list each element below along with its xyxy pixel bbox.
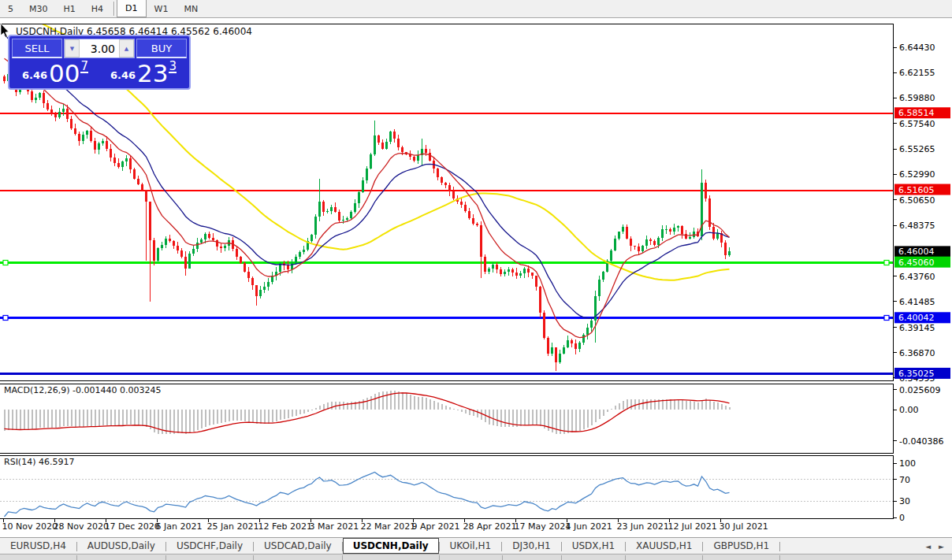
date-tick-label: 4 Jun 2021 bbox=[566, 521, 612, 532]
macd-tick-label: 0.00 bbox=[899, 405, 919, 415]
price-tick-label: 6.43760 bbox=[899, 272, 935, 282]
rsi-label: RSI(14) 46.5917 bbox=[4, 457, 74, 467]
rsi-panel[interactable] bbox=[0, 456, 894, 519]
symbol-tab-audusd[interactable]: AUDUSD,Daily bbox=[77, 539, 165, 554]
buy-price-point: 3 bbox=[169, 61, 177, 73]
chart-surface[interactable]: 6.644306.621556.598806.575406.552656.529… bbox=[0, 24, 952, 537]
symbol-tab-gbpusd[interactable]: GBPUSD,H1 bbox=[703, 539, 779, 554]
price-level-label: 6.45060 bbox=[898, 258, 935, 268]
symbol-tab-xauusd[interactable]: XAUUSD,H1 bbox=[626, 539, 702, 554]
buy-price-pips: 23 bbox=[137, 62, 168, 84]
date-tick-label: 30 Jul 2021 bbox=[720, 521, 768, 532]
symbol-tab-usdcad[interactable]: USDCAD,Daily bbox=[254, 539, 342, 554]
rsi-tick-label: 70 bbox=[899, 475, 910, 485]
price-level-label: 6.51605 bbox=[898, 185, 935, 195]
symbol-tab-usdchf[interactable]: USDCHF,Daily bbox=[166, 539, 253, 554]
date-tick-label: 9 Apr 2021 bbox=[412, 521, 460, 532]
volume-increase-button[interactable]: ▲ bbox=[119, 39, 134, 57]
buy-price-prefix: 6.46 bbox=[110, 69, 136, 81]
price-tick-label: 6.50650 bbox=[899, 195, 935, 206]
symbol-tab-usdcnh[interactable]: USDCNH,Daily bbox=[343, 538, 439, 554]
price-tick-label: 6.59880 bbox=[899, 93, 935, 103]
tab-scroll-left-button[interactable]: ◄ bbox=[925, 543, 931, 551]
strip-separator bbox=[439, 555, 440, 560]
strip-separator bbox=[165, 555, 166, 560]
toolbar-separator bbox=[113, 2, 114, 16]
mouse-cursor-icon bbox=[0, 24, 11, 39]
timeframe-button-h4[interactable]: H4 bbox=[84, 0, 111, 17]
timeframe-button-d1[interactable]: D1 bbox=[117, 0, 146, 17]
macd-tick-label: 0.025609 bbox=[899, 385, 941, 395]
sell-price-pips: 00 bbox=[49, 62, 80, 84]
date-tick-label: 17 May 2021 bbox=[515, 521, 571, 532]
price-tick-label: 6.36870 bbox=[899, 348, 935, 358]
indicator-axes: 0.0256090.00-0.04038610070300 bbox=[894, 385, 944, 523]
price-tick-label: 6.55265 bbox=[899, 144, 935, 154]
sell-button[interactable]: SELL bbox=[12, 39, 62, 58]
strip-separator bbox=[76, 555, 77, 560]
buy-button[interactable]: BUY bbox=[136, 39, 187, 58]
strip-separator bbox=[625, 555, 626, 560]
volume-input[interactable] bbox=[80, 39, 119, 57]
tab-separator bbox=[779, 542, 780, 551]
date-tick-label: 17 Dec 2020 bbox=[105, 521, 160, 532]
price-axis[interactable]: 6.644306.621556.598806.575406.552656.529… bbox=[894, 43, 951, 384]
symbol-tab-ukoil[interactable]: UKOil,H1 bbox=[440, 539, 502, 554]
strip-separator bbox=[779, 555, 780, 560]
macd-label: MACD(12,26,9) -0.001440 0.003245 bbox=[4, 385, 161, 395]
rsi-tick-label: 100 bbox=[899, 458, 916, 469]
strip-separator bbox=[561, 555, 562, 560]
sell-price[interactable]: 6.46 00 7 bbox=[12, 60, 99, 86]
date-tick-label: 12 Feb 2021 bbox=[258, 521, 312, 532]
strip-separator bbox=[342, 555, 343, 560]
price-tick-label: 6.52990 bbox=[899, 169, 935, 180]
price-tick-label: 6.41485 bbox=[899, 297, 935, 307]
strip-separator bbox=[502, 555, 503, 560]
timeframe-button-h1[interactable]: H1 bbox=[56, 0, 84, 17]
price-level-label: 6.46004 bbox=[898, 247, 935, 257]
date-tick-label: 22 Mar 2021 bbox=[361, 521, 416, 532]
hline-handle[interactable] bbox=[884, 261, 889, 265]
sell-price-prefix: 6.46 bbox=[22, 69, 47, 81]
price-tick-label: 6.39145 bbox=[899, 323, 935, 333]
date-tick-label: 25 Jan 2021 bbox=[207, 521, 259, 532]
hline-handle[interactable] bbox=[3, 261, 8, 265]
timeframe-button-w1[interactable]: W1 bbox=[147, 0, 177, 17]
date-tick-label: 12 Jul 2021 bbox=[668, 521, 717, 532]
strip-separator bbox=[253, 555, 254, 560]
date-tick-label: 3 Mar 2021 bbox=[310, 521, 359, 532]
volume-spinner: ▼ ▲ bbox=[64, 39, 135, 58]
price-level-label: 6.35025 bbox=[898, 369, 935, 379]
date-tick-label: 28 Apr 2021 bbox=[463, 521, 517, 532]
timeframe-button-m30[interactable]: M30 bbox=[21, 0, 56, 17]
timeframe-button-5[interactable]: 5 bbox=[0, 0, 21, 17]
price-level-label: 6.40042 bbox=[898, 313, 935, 323]
hline-handle[interactable] bbox=[884, 316, 889, 321]
timeframe-toolbar: 5M30H1H4D1W1MN bbox=[0, 0, 952, 18]
sell-price-point: 7 bbox=[80, 61, 88, 73]
tab-scroll-right-button[interactable]: ► bbox=[939, 543, 944, 551]
date-tick-label: 6 Jan 2021 bbox=[156, 521, 203, 532]
rsi-tick-label: 30 bbox=[899, 496, 910, 506]
symbol-tab-dj30[interactable]: DJ30,H1 bbox=[502, 539, 561, 554]
date-tick-label: 28 Nov 2020 bbox=[54, 521, 109, 532]
buy-price[interactable]: 6.46 23 3 bbox=[100, 60, 187, 86]
symbol-tabbar: EURUSD,H4AUDUSD,DailyUSDCHF,DailyUSDCAD,… bbox=[0, 537, 952, 554]
rsi-tick-label: 0 bbox=[899, 513, 905, 523]
price-level-label: 6.58514 bbox=[898, 108, 935, 118]
symbol-tab-eurusd[interactable]: EURUSD,H4 bbox=[0, 539, 76, 554]
symbol-tab-usdx[interactable]: USDX,H1 bbox=[562, 539, 625, 554]
price-tick-label: 6.48375 bbox=[899, 221, 935, 231]
one-click-trade-panel: SELL ▼ ▲ BUY 6.46 00 7 6.46 23 3 bbox=[8, 35, 191, 90]
bottom-strip bbox=[0, 554, 952, 560]
date-axis[interactable]: 10 Nov 202028 Nov 202017 Dec 20206 Jan 2… bbox=[2, 519, 768, 532]
timeframe-button-mn[interactable]: MN bbox=[176, 0, 206, 17]
strip-separator bbox=[702, 555, 703, 560]
price-tick-label: 6.57540 bbox=[899, 119, 935, 129]
macd-tick-label: -0.040386 bbox=[899, 436, 943, 447]
hline-handle[interactable] bbox=[3, 316, 8, 321]
date-tick-label: 23 Jun 2021 bbox=[617, 521, 669, 532]
volume-decrease-button[interactable]: ▼ bbox=[65, 39, 80, 57]
price-tick-label: 6.62155 bbox=[899, 68, 935, 78]
chart-window: 6.644306.621556.598806.575406.552656.529… bbox=[0, 24, 952, 537]
